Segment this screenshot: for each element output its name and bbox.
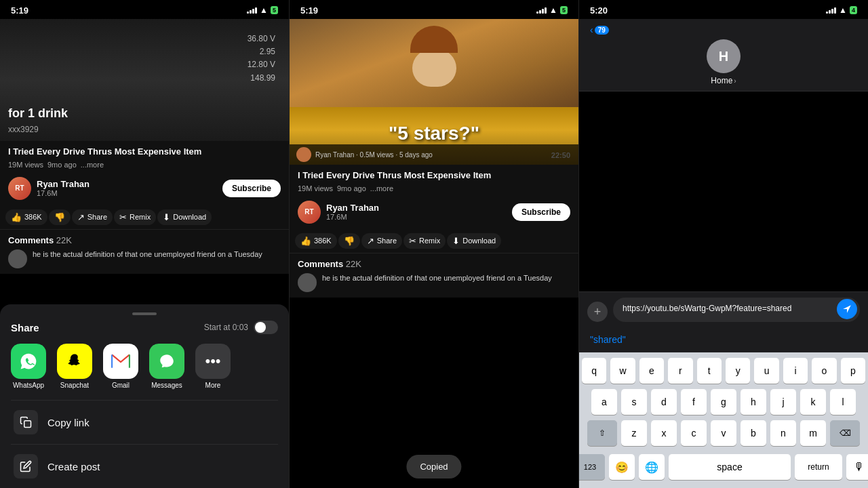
status-icons-3: ▲ 4 xyxy=(826,5,857,15)
send-button[interactable] xyxy=(837,299,857,319)
channel-avatar-1[interactable]: RT xyxy=(8,177,31,200)
wifi-icon: ▲ xyxy=(260,5,268,15)
space-key[interactable]: space xyxy=(669,454,791,480)
back-button[interactable]: ‹ 79 xyxy=(590,24,612,35)
key-n[interactable]: n xyxy=(770,420,796,446)
key-p[interactable]: p xyxy=(841,358,865,384)
remix-button-1[interactable]: ✂ Remix xyxy=(114,209,156,225)
download-button-1[interactable]: ⬇ Download xyxy=(157,209,212,225)
key-m[interactable]: m xyxy=(800,420,826,446)
key-a[interactable]: a xyxy=(591,389,617,415)
status-icons-2: ▲ 5 xyxy=(536,5,568,15)
action-row-2: 👍 386K 👎 ↗ Share ✂ Remix ⬇ Download xyxy=(290,229,578,253)
copy-link-option[interactable]: Copy link xyxy=(11,400,278,444)
subscribe-button-1[interactable]: Subscribe xyxy=(222,180,281,197)
video-thumbnail-1[interactable]: 36.80 V 2.95 12.80 V 148.99 for 1 drink … xyxy=(0,19,289,141)
shift-key[interactable]: ⇧ xyxy=(587,420,617,446)
key-l[interactable]: l xyxy=(830,389,856,415)
key-r[interactable]: r xyxy=(668,358,692,384)
more-icon: ••• xyxy=(195,344,231,379)
video-meta-1: 19M views 9mo ago ...more xyxy=(8,161,281,169)
subscribe-button-2[interactable]: Subscribe xyxy=(512,203,570,221)
thumb-up-icon-2: 👍 xyxy=(300,236,311,246)
channel-subs-1: 17.6M xyxy=(37,189,90,197)
key-j[interactable]: j xyxy=(770,389,796,415)
dislike-button-2[interactable]: 👎 xyxy=(338,233,360,249)
status-icons-1: ▲ 5 xyxy=(247,5,278,15)
delete-key[interactable]: ⌫ xyxy=(830,420,860,446)
key-t[interactable]: t xyxy=(697,358,722,384)
like-button-1[interactable]: 👍 386K xyxy=(5,209,47,225)
video-thumbnail-2[interactable]: "5 stars?" 22:50 Ryan Trahan · 0.5M view… xyxy=(290,19,578,165)
key-q[interactable]: q xyxy=(582,358,606,384)
remix-button-2[interactable]: ✂ Remix xyxy=(403,233,446,249)
channel-avatar-2[interactable]: RT xyxy=(298,201,321,224)
autocomplete-suggestion[interactable]: "shared" xyxy=(579,327,868,352)
whatsapp-label: WhatsApp xyxy=(13,382,44,389)
remix-icon: ✂ xyxy=(119,212,127,222)
key-e[interactable]: e xyxy=(639,358,664,384)
download-button-2[interactable]: ⬇ Download xyxy=(447,233,501,249)
video-info-1: I Tried Every Drive Thrus Most Expensive… xyxy=(0,141,289,171)
key-d[interactable]: d xyxy=(651,389,677,415)
key-b[interactable]: b xyxy=(741,420,766,446)
create-post-option[interactable]: Create post xyxy=(11,444,278,488)
message-input-field[interactable]: https://youtu.be/sWartg-GwpM?feature=sha… xyxy=(613,298,860,322)
back-row: ‹ 79 xyxy=(590,24,857,35)
key-f[interactable]: f xyxy=(681,389,707,415)
share-icon-2: ↗ xyxy=(367,236,374,246)
globe-key[interactable]: 🌐 xyxy=(639,454,665,480)
return-key[interactable]: return xyxy=(795,454,842,480)
chevron-left-icon: ‹ xyxy=(590,24,593,35)
create-post-icon xyxy=(14,454,38,479)
contact-label-row: Home › xyxy=(711,76,736,85)
key-u[interactable]: u xyxy=(754,358,778,384)
more-link-1[interactable]: ...more xyxy=(81,161,104,169)
svg-rect-0 xyxy=(24,421,31,428)
signal-icon-2 xyxy=(536,7,547,14)
download-icon-2: ⬇ xyxy=(452,236,460,246)
key-k[interactable]: k xyxy=(800,389,826,415)
mic-key[interactable]: 🎙 xyxy=(846,454,868,480)
numbers-key[interactable]: 123 xyxy=(579,454,605,480)
key-y[interactable]: y xyxy=(726,358,750,384)
key-v[interactable]: v xyxy=(711,420,736,446)
share-app-messages[interactable]: Messages xyxy=(149,344,184,389)
key-i[interactable]: i xyxy=(783,358,808,384)
start-at-toggle[interactable] xyxy=(254,321,278,334)
channel-info-1: Ryan Trahan 17.6M xyxy=(37,179,90,197)
contact-avatar[interactable]: H xyxy=(707,39,741,73)
message-input-row: + https://youtu.be/sWartg-GwpM?feature=s… xyxy=(579,291,868,327)
key-o[interactable]: o xyxy=(812,358,836,384)
key-g[interactable]: g xyxy=(711,389,736,415)
key-h[interactable]: h xyxy=(741,389,766,415)
key-x[interactable]: x xyxy=(651,420,677,446)
stars-overlay-text: "5 stars?" xyxy=(389,123,479,144)
channel-info-2: Ryan Trahan 17.6M xyxy=(326,203,379,221)
key-c[interactable]: c xyxy=(681,420,707,446)
emoji-key[interactable]: 😊 xyxy=(609,454,635,480)
more-link-2[interactable]: ...more xyxy=(370,184,393,192)
dislike-button-1[interactable]: 👎 xyxy=(49,209,71,225)
price-overlay: 36.80 V 2.95 12.80 V 148.99 xyxy=(248,33,275,85)
share-app-whatsapp[interactable]: WhatsApp xyxy=(11,344,46,389)
channel-name-2[interactable]: Ryan Trahan xyxy=(326,203,379,213)
comment-text-1: he is the actual definition of that one … xyxy=(33,249,262,260)
share-app-gmail[interactable]: Gmail xyxy=(103,344,138,389)
key-s[interactable]: s xyxy=(621,389,647,415)
like-button-2[interactable]: 👍 386K xyxy=(295,233,337,249)
share-app-more[interactable]: ••• More xyxy=(195,344,231,389)
video-title-1: I Tried Every Drive Thrus Most Expensive… xyxy=(8,146,281,158)
key-z[interactable]: z xyxy=(621,420,647,446)
contact-name[interactable]: Home xyxy=(711,76,732,85)
share-button-1[interactable]: ↗ Share xyxy=(72,209,113,225)
channel-name-1[interactable]: Ryan Trahan xyxy=(37,179,90,189)
more-label: More xyxy=(205,382,221,389)
share-button-2[interactable]: ↗ Share xyxy=(361,233,402,249)
messages-content xyxy=(579,92,868,291)
share-app-snapchat[interactable]: Snapchat xyxy=(57,344,92,389)
video-channel-overlay: Ryan Trahan · 0.5M views · 5 days ago xyxy=(290,144,578,165)
panel-2: 5:19 ▲ 5 "5 stars?" 22:50 Ryan Trahan xyxy=(290,0,579,488)
key-w[interactable]: w xyxy=(610,358,635,384)
add-button[interactable]: + xyxy=(587,302,608,322)
